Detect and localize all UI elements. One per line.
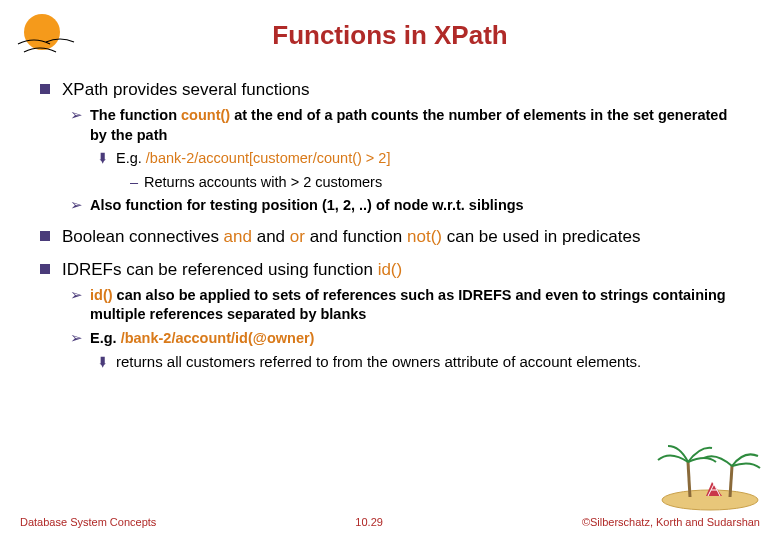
slide-title: Functions in XPath [40,20,740,51]
island-decoration [650,442,770,516]
sun-decoration [10,8,80,72]
footer-center: 10.29 [355,516,383,528]
bullet-boolean: Boolean connectives and and or and funct… [40,226,740,249]
svg-line-3 [688,462,690,497]
text: Boolean connectives [62,227,224,246]
bullet-id-example: E.g. /bank-2/account/id(@owner) [70,329,740,349]
text: Returns accounts with > 2 customers [144,174,382,190]
kw-id2: id() [90,287,113,303]
bullet-idref: IDREFs can be referenced using function … [40,259,740,282]
svg-rect-1 [10,50,80,68]
slide: Functions in XPath XPath provides severa… [0,0,780,540]
text: IDREFs can be referenced using function [62,260,378,279]
slide-content: XPath provides several functions The fun… [40,79,740,373]
footer-right: ©Silberschatz, Korth and Sudarshan [582,516,760,528]
text: E.g. [116,150,146,166]
text: and function [305,227,407,246]
code-count: count() [181,107,230,123]
text: can also be applied to sets of reference… [90,287,726,323]
bullet-count-fn: The function count() at the end of a pat… [70,106,740,145]
kw-id: id() [378,260,403,279]
bullet-id-sets: id() can also be applied to sets of refe… [70,286,740,325]
text: E.g. [90,330,121,346]
bullet-count-example: E.g. /bank-2/account[customer/count() > … [96,149,740,169]
text: returns all customers referred to from t… [116,353,641,370]
text: Also function for testing position (1, 2… [90,197,524,213]
footer-left: Database System Concepts [20,516,156,528]
text: can be used in predicates [442,227,640,246]
kw-or: or [290,227,305,246]
bullet-position-fn: Also function for testing position (1, 2… [70,196,740,216]
bullet-id-returns: returns all customers referred to from t… [96,352,740,372]
code-path: /bank-2/account[customer/count() > 2] [146,150,391,166]
kw-and: and [224,227,252,246]
svg-point-0 [24,14,60,50]
kw-not: not() [407,227,442,246]
bullet-count-returns: Returns accounts with > 2 customers [130,173,740,193]
text: The function [90,107,181,123]
footer: Database System Concepts 10.29 ©Silbersc… [0,516,780,528]
text: XPath provides several functions [62,80,310,99]
svg-line-4 [730,466,732,497]
text: and [252,227,290,246]
bullet-xpath-functions: XPath provides several functions [40,79,740,102]
code-id-path: /bank-2/account/id(@owner) [121,330,315,346]
